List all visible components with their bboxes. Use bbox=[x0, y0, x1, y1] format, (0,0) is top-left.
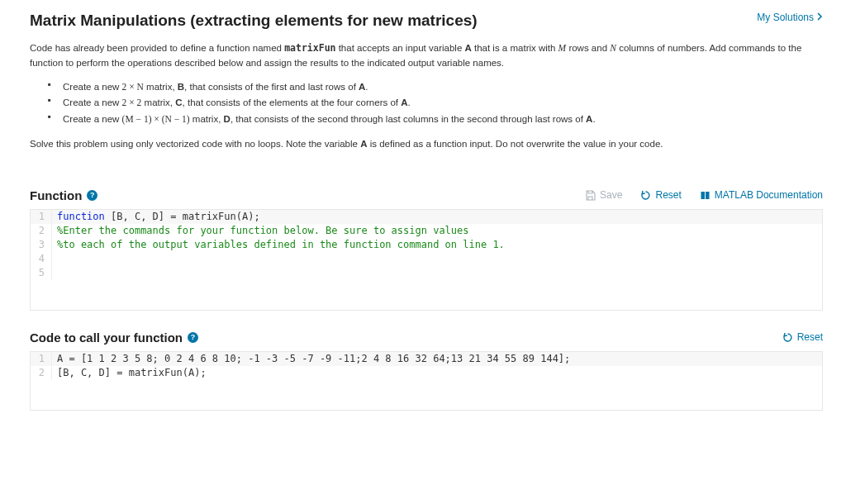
page-title: Matrix Manipulations (extracting element… bbox=[30, 12, 478, 30]
save-icon bbox=[585, 190, 596, 201]
function-title: Function ? bbox=[30, 188, 97, 202]
code-line[interactable]: 4 bbox=[31, 252, 822, 266]
code-content[interactable]: function [B, C, D] = matrixFun(A); bbox=[52, 210, 822, 224]
my-solutions-link[interactable]: My Solutions bbox=[757, 12, 823, 23]
line-number: 4 bbox=[31, 252, 52, 266]
list-item: Create a new (M − 1) × (N − 1) matrix, D… bbox=[63, 112, 823, 128]
my-solutions-label: My Solutions bbox=[757, 12, 814, 23]
line-number: 2 bbox=[31, 224, 52, 238]
code-line[interactable]: 2[B, C, D] = matrixFun(A); bbox=[31, 366, 822, 380]
code-content[interactable]: A = [1 1 2 3 5 8; 0 2 4 6 8 10; -1 -3 -5… bbox=[52, 352, 822, 366]
function-editor[interactable]: 1function [B, C, D] = matrixFun(A);2%Ent… bbox=[30, 209, 823, 311]
line-number: 1 bbox=[31, 352, 52, 366]
line-number: 1 bbox=[31, 210, 52, 224]
reset-icon bbox=[782, 332, 793, 343]
chevron-right-icon bbox=[817, 12, 823, 23]
save-button[interactable]: Save bbox=[585, 189, 622, 201]
list-item: Create a new 2 × 2 matrix, C, that consi… bbox=[63, 95, 823, 112]
call-actions: Reset bbox=[782, 331, 823, 343]
problem-intro: Code has already been provided to define… bbox=[30, 41, 823, 71]
code-line[interactable]: 1A = [1 1 2 3 5 8; 0 2 4 6 8 10; -1 -3 -… bbox=[31, 352, 822, 366]
code-content[interactable]: %Enter the commands for your function be… bbox=[52, 224, 822, 238]
header: Matrix Manipulations (extracting element… bbox=[30, 12, 823, 30]
call-section-header: Code to call your function ? Reset bbox=[30, 330, 823, 345]
func-name: matrixFun bbox=[284, 42, 335, 54]
code-content[interactable] bbox=[52, 266, 822, 280]
code-content[interactable]: %to each of the output variables defined… bbox=[52, 238, 822, 252]
code-line[interactable]: 5 bbox=[31, 266, 822, 280]
help-icon[interactable]: ? bbox=[188, 332, 198, 343]
line-number: 2 bbox=[31, 366, 52, 380]
code-content[interactable] bbox=[52, 252, 822, 266]
code-line[interactable]: 3%to each of the output variables define… bbox=[31, 238, 822, 252]
line-number: 3 bbox=[31, 238, 52, 252]
help-icon[interactable]: ? bbox=[87, 190, 97, 201]
function-section-header: Function ? Save Reset MATLAB Documentati… bbox=[30, 188, 823, 202]
call-editor[interactable]: 1A = [1 1 2 3 5 8; 0 2 4 6 8 10; -1 -3 -… bbox=[30, 351, 823, 411]
problem-note: Solve this problem using only vectorized… bbox=[30, 137, 823, 151]
reset-button[interactable]: Reset bbox=[640, 189, 681, 201]
list-item: Create a new 2 × N matrix, B, that consi… bbox=[63, 79, 823, 96]
call-title: Code to call your function ? bbox=[30, 330, 198, 345]
matlab-docs-link[interactable]: MATLAB Documentation bbox=[700, 189, 823, 201]
book-icon bbox=[700, 190, 711, 201]
function-actions: Save Reset MATLAB Documentation bbox=[585, 189, 823, 201]
code-line[interactable]: 1function [B, C, D] = matrixFun(A); bbox=[31, 210, 822, 224]
reset-icon bbox=[640, 190, 651, 201]
task-list: Create a new 2 × N matrix, B, that consi… bbox=[30, 79, 823, 128]
code-content[interactable]: [B, C, D] = matrixFun(A); bbox=[52, 366, 822, 380]
reset-call-button[interactable]: Reset bbox=[782, 331, 823, 343]
line-number: 5 bbox=[31, 266, 52, 280]
code-line[interactable]: 2%Enter the commands for your function b… bbox=[31, 224, 822, 238]
